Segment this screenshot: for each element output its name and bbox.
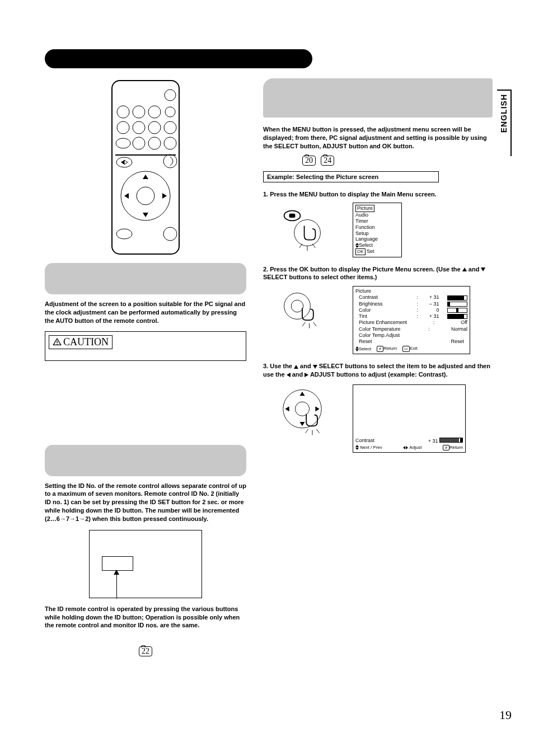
svg-point-2 (117, 106, 129, 118)
down-triangle-icon (481, 267, 485, 271)
warning-icon (53, 337, 62, 346)
up-triangle-icon (462, 267, 467, 271)
svg-line-26 (299, 244, 302, 248)
svg-point-11 (133, 137, 145, 149)
subsection-bar-auto (45, 263, 246, 294)
step-3: 3. Use the and SELECT buttons to select … (263, 362, 493, 379)
svg-point-4 (148, 106, 161, 118)
step-2: 2. Press the OK button to display the Pi… (263, 265, 493, 282)
example-label: Example: Selecting the Picture screen (263, 171, 439, 182)
svg-point-8 (148, 121, 161, 134)
id-operate-text: The ID remote control is operated by pre… (45, 605, 246, 630)
svg-line-38 (316, 429, 319, 433)
auto-adjust-text: Adjustment of the screen to a position s… (45, 300, 246, 325)
menu-intro-text: When the MENU button is pressed, the adj… (263, 125, 493, 151)
svg-point-16 (163, 154, 177, 168)
svg-point-25 (294, 220, 321, 246)
svg-rect-21 (57, 341, 57, 343)
contrast-adjust-box: Contrast + 31 Next / Prev Adjust ↲Return (353, 384, 466, 453)
svg-point-1 (165, 90, 176, 101)
page-ref-20: 20 (302, 156, 316, 166)
svg-point-5 (165, 107, 175, 117)
page-ref-22: 22 (139, 646, 152, 656)
svg-point-20 (163, 227, 177, 241)
caution-box: CAUTION (45, 331, 246, 361)
svg-point-6 (117, 121, 129, 134)
svg-point-13 (164, 137, 176, 149)
svg-point-9 (164, 121, 176, 134)
svg-point-18 (137, 187, 154, 205)
caution-label: CAUTION (49, 335, 113, 349)
svg-point-7 (133, 121, 145, 134)
language-label: ENGLISH (499, 94, 508, 133)
page-ref-24: 24 (321, 156, 334, 166)
svg-point-35 (295, 402, 309, 416)
left-triangle-icon (287, 373, 291, 377)
picture-menu-box: Picture Contrast:+ 31 Brightness:– 31 Co… (353, 286, 470, 354)
up-triangle-icon (294, 365, 298, 369)
main-menu-box: Picture Audio Timer Function Setup Langu… (353, 203, 402, 257)
step-1: 1. Press the MENU button to display the … (263, 190, 493, 199)
svg-line-31 (302, 322, 305, 326)
svg-point-29 (284, 293, 311, 320)
section-header-pill (45, 49, 312, 68)
svg-point-10 (116, 138, 130, 148)
language-tab: ENGLISH (497, 90, 512, 156)
svg-line-36 (305, 429, 308, 433)
svg-line-33 (313, 322, 316, 326)
down-triangle-icon (313, 365, 317, 369)
page-number: 19 (499, 708, 512, 722)
svg-point-12 (148, 137, 161, 149)
subsection-bar-id (45, 445, 246, 476)
svg-point-19 (116, 229, 132, 239)
remote-illustration (45, 78, 246, 259)
svg-rect-24 (289, 214, 296, 218)
svg-rect-22 (57, 344, 57, 344)
svg-point-3 (133, 106, 145, 118)
id-set-text: Setting the ID No. of the remote control… (45, 482, 246, 523)
svg-point-30 (291, 300, 303, 312)
subsection-bar-menu (263, 78, 493, 118)
id-diagram (89, 530, 202, 598)
left-column: Adjustment of the screen to a position s… (45, 78, 246, 656)
svg-line-28 (312, 244, 315, 248)
press-menu-icon (277, 203, 327, 253)
dpad-icon (277, 384, 327, 440)
right-column: When the MENU button is pressed, the adj… (263, 78, 493, 453)
press-ok-icon (277, 286, 327, 336)
